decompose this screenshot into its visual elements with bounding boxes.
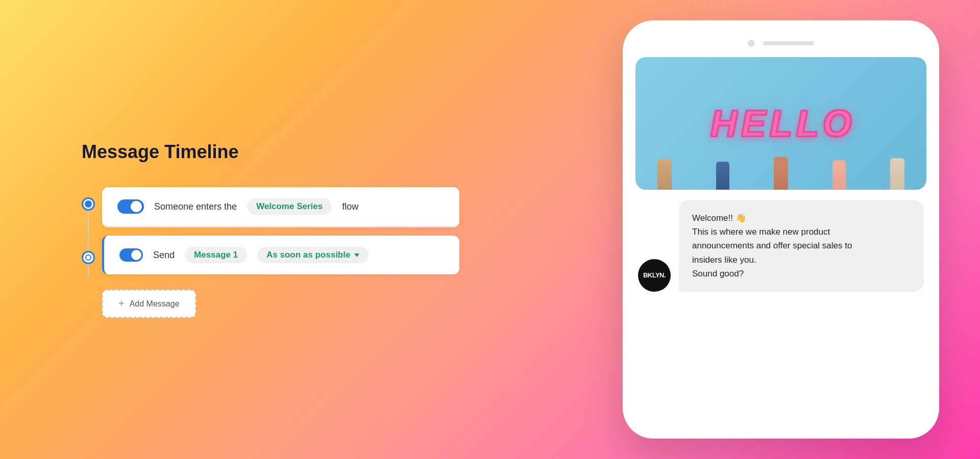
hand-5 xyxy=(890,158,904,190)
balloon-letter-l1: L xyxy=(770,103,792,144)
hand-4 xyxy=(832,160,846,190)
trigger-text-before: Someone enters the xyxy=(154,201,237,212)
timeline-node-trigger xyxy=(82,197,95,211)
timeline: Someone enters the Welcome Series flow S… xyxy=(82,187,459,318)
balloon-letter-o: O xyxy=(823,103,851,144)
trigger-toggle[interactable] xyxy=(117,199,144,214)
message-line-5: Sound good? xyxy=(692,267,911,280)
message-line-4: insiders like you. xyxy=(692,253,911,267)
phone-camera xyxy=(748,40,755,47)
left-panel: Message Timeline Someone enters the Welc… xyxy=(41,131,459,328)
message-bubble: Welcome!! 👋 This is where we make new pr… xyxy=(679,200,924,292)
message-line-1: Welcome!! 👋 xyxy=(692,211,911,225)
hands-row xyxy=(635,154,926,190)
add-message-label: Add Message xyxy=(130,299,180,309)
timeline-node-send xyxy=(82,251,95,264)
message-name-pill[interactable]: Message 1 xyxy=(185,247,247,263)
hand-2 xyxy=(716,162,729,190)
phone-top-bar xyxy=(635,36,926,57)
hand-1 xyxy=(657,159,672,190)
timing-label: As soon as possible xyxy=(266,250,350,260)
balloon-letter-h: H xyxy=(710,103,737,144)
send-row: Send Message 1 As soon as possible xyxy=(102,236,459,274)
message-line-3: announcements and offer special sales to xyxy=(692,239,911,252)
message-area: BKLYN. Welcome!! 👋 This is where we make… xyxy=(635,200,926,292)
balloon-letter-e: E xyxy=(741,103,766,144)
timing-pill[interactable]: As soon as possible xyxy=(257,247,369,263)
hero-image: H E L L O xyxy=(635,57,926,190)
trigger-row: Someone enters the Welcome Series flow xyxy=(102,187,459,227)
send-toggle[interactable] xyxy=(119,248,143,262)
flow-name-pill[interactable]: Welcome Series xyxy=(247,198,332,215)
chevron-down-icon xyxy=(354,253,359,257)
page-title: Message Timeline xyxy=(82,141,459,163)
avatar-text: BKLYN. xyxy=(643,271,666,279)
phone-speaker xyxy=(763,41,814,45)
trigger-text-after: flow xyxy=(342,201,358,212)
balloon-letter-l2: L xyxy=(796,103,819,144)
send-action-text: Send xyxy=(153,250,175,261)
add-message-button[interactable]: + Add Message xyxy=(102,290,196,318)
phone-mockup: H E L L O BKLYN. Welcome!! 👋 This is whe… xyxy=(623,20,939,439)
hand-3 xyxy=(774,157,788,190)
plus-icon: + xyxy=(118,298,125,310)
avatar: BKLYN. xyxy=(638,259,671,292)
message-line-2: This is where we make new product xyxy=(692,225,911,239)
